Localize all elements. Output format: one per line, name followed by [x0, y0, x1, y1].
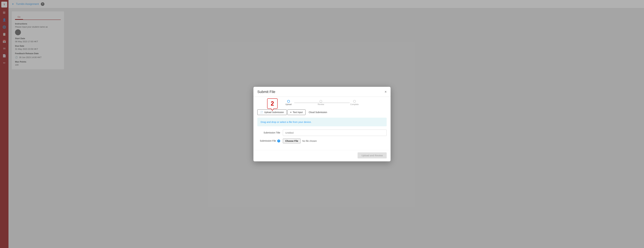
file-input-area: Choose File No file chosen: [283, 139, 317, 143]
submission-file-row: Submission File ? Choose File No file ch…: [257, 139, 387, 143]
text-input-label: Text Input: [293, 111, 303, 114]
step-dot-complete: [353, 100, 356, 103]
step-label-review: Review: [318, 103, 324, 106]
submission-type-tabs: 📄 Upload Submission ≡ Text Input Cloud S…: [257, 109, 387, 115]
text-input-tab[interactable]: ≡ Text Input: [288, 109, 306, 115]
step-label-complete: Complete: [350, 103, 358, 106]
submission-file-label: Submission File: [260, 140, 276, 142]
cloud-submission-tab[interactable]: Cloud Submission: [306, 110, 330, 115]
submission-title-input[interactable]: [283, 130, 387, 136]
step-review: Review: [318, 100, 324, 106]
tooltip-callout: 2: [267, 98, 278, 109]
main-area: ▼ Turnitin Assignment ? Co Instructions …: [8, 0, 644, 248]
upload-submission-label: Upload Submission: [264, 111, 284, 114]
step-complete: Complete: [350, 100, 358, 106]
modal-body: 2 Upload Review: [254, 97, 390, 150]
modal-title: Submit File: [257, 90, 275, 94]
submit-file-modal: Submit File × 2: [254, 87, 390, 161]
upload-icon: 📄: [260, 111, 263, 114]
step-dot-upload: [287, 100, 290, 103]
submission-file-label-container: Submission File ?: [257, 140, 280, 142]
submission-title-row: Submission Title: [257, 130, 387, 136]
upload-review-button[interactable]: Upload and Review: [358, 152, 387, 158]
step-upload: Upload: [286, 100, 292, 106]
no-file-text: No file chosen: [302, 140, 317, 142]
modal-footer: Upload and Review: [254, 150, 390, 161]
step-section: 2 Upload Review: [257, 100, 387, 106]
modal-close-button[interactable]: ×: [384, 90, 387, 94]
submission-file-help-icon[interactable]: ?: [277, 140, 280, 142]
step-dot-review: [320, 100, 322, 103]
modal-overlay: Submit File × 2: [0, 0, 644, 248]
submission-title-label: Submission Title: [257, 131, 280, 134]
choose-file-button[interactable]: Choose File: [283, 139, 300, 143]
step-number-badge: 2: [267, 98, 278, 109]
drag-drop-zone[interactable]: Drag and drop or select a file from your…: [257, 118, 387, 126]
cloud-submission-label: Cloud Submission: [309, 111, 327, 114]
step-label-upload: Upload: [286, 103, 292, 106]
step-items: Upload Review Complete: [286, 100, 359, 106]
text-input-icon: ≡: [290, 111, 292, 114]
modal-header: Submit File ×: [254, 87, 390, 97]
